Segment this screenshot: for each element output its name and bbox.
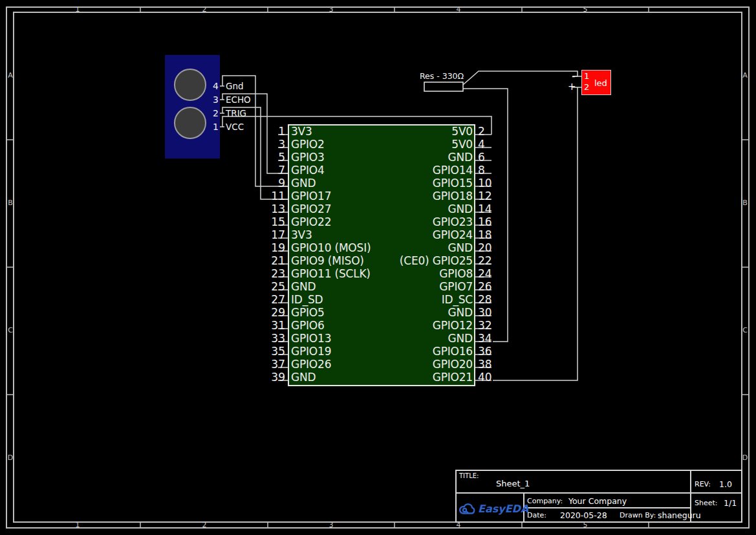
pin-number-right: 4	[478, 138, 485, 151]
pin-number-right: 30	[478, 306, 492, 319]
pin-label-left: GPIO3	[291, 151, 325, 164]
pin-number-left: 27	[249, 293, 285, 306]
pin-number-left: 15	[249, 215, 285, 228]
pin-number-right: 32	[478, 319, 492, 332]
company-label: Company:	[527, 497, 563, 505]
sheet-value[interactable]: 1/1	[724, 498, 737, 508]
company-value[interactable]: Your Company	[568, 496, 627, 506]
sensor-pin-number: 3	[199, 93, 219, 106]
chip-pin-row: 15 GPIO22 GPIO23 16	[0, 215, 756, 228]
resistor-value-label[interactable]: Res - 330Ω	[414, 71, 470, 81]
pin-number-left: 31	[249, 319, 285, 332]
pin-number-right: 2	[478, 125, 485, 138]
pin-number-right: 26	[478, 280, 492, 293]
ruler-right-a: A	[741, 72, 749, 80]
pin-number-left: 25	[249, 280, 285, 293]
led-plus-polarity: +	[568, 81, 576, 93]
pin-number-right: 22	[478, 254, 492, 267]
drawn-by-label: Drawn By:	[620, 511, 656, 519]
pin-number-right: 18	[478, 228, 492, 241]
schematic-canvas[interactable]: 1 2 3 4 5 1 2 3 4 5 A B C D A B C D 4 Gn…	[0, 0, 756, 535]
pin-label-left: 3V3	[291, 125, 312, 138]
pin-label-right: GND	[323, 332, 473, 345]
resistor-body[interactable]	[424, 82, 463, 91]
pin-label-left: GND	[291, 177, 316, 190]
pin-label-right: GPIO15	[323, 177, 473, 190]
chip-pin-row: 21 GPIO9 (MISO) (CE0) GPIO25 22	[0, 254, 756, 267]
pin-label-right: GPIO16	[323, 345, 473, 358]
chip-pin-row: 3 GPIO2 5V0 4	[0, 138, 756, 151]
title-block-title-label: TITLE:	[459, 472, 479, 479]
pin-number-left: 9	[249, 177, 285, 190]
sensor-pin-number: 4	[199, 80, 219, 93]
chip-pin-row: 9 GND GPIO15 10	[0, 177, 756, 190]
net-label-echo[interactable]: ECHO	[226, 93, 251, 106]
pin-number-left: 11	[249, 190, 285, 202]
ruler-bottom-5: 5	[572, 522, 598, 529]
sensor-pin-row: 4 Gnd	[0, 80, 323, 93]
chip-pin-row: 39 GND GPIO21 40	[0, 371, 756, 384]
pin-number-right: 20	[478, 241, 492, 254]
pin-number-right: 12	[478, 190, 492, 202]
pin-number-left: 39	[249, 371, 285, 384]
pin-number-right: 38	[478, 358, 492, 371]
pin-number-left: 3	[249, 138, 285, 151]
pin-label-right: GND	[323, 241, 473, 254]
ruler-left-d: D	[6, 454, 14, 462]
pin-label-left: GPIO6	[291, 319, 325, 332]
sensor-pin-row: 2 TRIG	[0, 107, 323, 120]
chip-pin-row: 31 GPIO6 GPIO12 32	[0, 319, 756, 332]
ruler-top-3: 3	[318, 6, 344, 13]
led-pin-number-2: 2	[584, 82, 589, 92]
drawn-by-value[interactable]: shaneguru	[658, 510, 701, 520]
ruler-left-a: A	[6, 72, 14, 80]
pin-label-right: (CE0) GPIO25	[323, 254, 473, 267]
wire-resistor-to-led-minus[interactable]	[463, 71, 578, 85]
pin-label-left: GND	[291, 280, 316, 293]
led-pin-number-1: 1	[584, 71, 589, 81]
pin-number-right: 14	[478, 202, 492, 215]
pin-label-left: GPIO4	[291, 164, 325, 177]
pin-label-left: GPIO5	[291, 306, 325, 319]
pin-number-left: 19	[249, 241, 285, 254]
pin-label-right: GPIO18	[323, 190, 473, 202]
sheet-title[interactable]: Sheet_1	[496, 479, 530, 488]
pin-label-right: GPIO8	[323, 267, 473, 280]
pin-label-right: 5V0	[323, 125, 473, 138]
pin-label-right: GPIO14	[323, 164, 473, 177]
pin-number-left: 29	[249, 306, 285, 319]
chip-pin-row: 33 GPIO13 GND 34	[0, 332, 756, 345]
led-body[interactable]: 1 2 led	[581, 70, 611, 95]
chip-pin-row: 27 ID_SD ID_SC 28	[0, 293, 756, 306]
pin-number-right: 40	[478, 371, 492, 384]
pin-number-right: 36	[478, 345, 492, 358]
pin-number-left: 35	[249, 345, 285, 358]
sheet-label: Sheet:	[695, 499, 718, 507]
pin-number-left: 13	[249, 202, 285, 215]
net-label-trig[interactable]: TRIG	[226, 107, 246, 120]
pin-label-right: GPIO20	[323, 358, 473, 371]
pin-number-right: 16	[478, 215, 492, 228]
pin-number-right: 8	[478, 164, 485, 177]
ruler-top-1: 1	[65, 6, 91, 13]
pin-label-right: GND	[323, 151, 473, 164]
pin-number-right: 10	[478, 177, 492, 190]
ruler-right-d: D	[741, 454, 749, 462]
rev-value[interactable]: 1.0	[719, 479, 732, 489]
net-label-gnd[interactable]: Gnd	[226, 80, 244, 93]
pin-number-left: 17	[249, 228, 285, 241]
chip-pin-row: 29 GPIO5 GND 30	[0, 306, 756, 319]
pin-number-left: 33	[249, 332, 285, 345]
pin-number-right: 6	[478, 151, 485, 164]
chip-pin-row: 17 3V3 GPIO24 18	[0, 228, 756, 241]
pin-label-left: 3V3	[291, 228, 312, 241]
pin-label-right: GPIO24	[323, 228, 473, 241]
sensor-pin-number: 2	[199, 107, 219, 120]
chip-pin-row: 11 GPIO17 GPIO18 12	[0, 190, 756, 202]
pin-number-right: 34	[478, 332, 492, 345]
easyeda-cloud-icon	[458, 502, 476, 516]
date-value[interactable]: 2020-05-28	[560, 510, 607, 520]
easyeda-logo-text: EasyEDA	[478, 503, 528, 515]
chip-pin-row: 13 GPIO27 GND 14	[0, 202, 756, 215]
easyeda-logo: EasyEDA	[458, 502, 528, 516]
